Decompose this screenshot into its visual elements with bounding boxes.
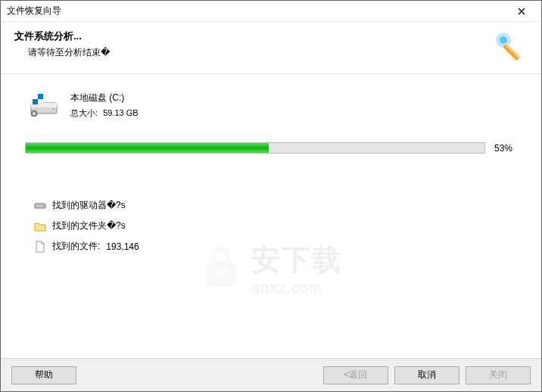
titlebar: 文件恢复向导: [1, 1, 541, 22]
close-icon: [518, 8, 525, 15]
progress-percent: 53%: [494, 143, 517, 154]
watermark-sub: anxz.com: [251, 279, 342, 297]
help-button[interactable]: 帮助: [11, 366, 76, 384]
svg-rect-12: [206, 261, 236, 287]
disk-drive-icon: [28, 89, 60, 121]
stat-files-label: 找到的文件:: [52, 240, 100, 253]
watermark-bag-icon: [200, 247, 242, 290]
back-button: <返回: [323, 366, 388, 384]
svg-point-14: [43, 205, 45, 207]
close-button[interactable]: [506, 2, 537, 20]
progress-row: 53%: [25, 142, 517, 154]
stat-folders-label: 找到的文件夹�?s: [52, 219, 126, 232]
stats-list: 找到的驱动器�?s 找到的文件夹�?s 找到的文件: 193,146: [34, 199, 517, 253]
drive-icon: [34, 200, 46, 212]
stat-folders: 找到的文件夹�?s: [34, 219, 517, 232]
footer: 帮助 <返回 取消 关闭: [1, 358, 541, 391]
stat-files-value: 193,146: [106, 241, 139, 252]
disk-info-row: 本地磁盘 (C:) 总大小: 59.13 GB: [28, 89, 517, 121]
disk-size: 总大小: 59.13 GB: [70, 107, 139, 119]
stat-drives: 找到的驱动器�?s: [34, 199, 517, 212]
close-wizard-button: 关闭: [466, 366, 531, 384]
svg-rect-8: [38, 99, 43, 104]
header-subtitle: 请等待至分析结束�: [14, 46, 493, 59]
header-title: 文件系统分析...: [14, 30, 493, 43]
wizard-window: 文件恢复向导 文件系统分析... 请等待至分析结束�: [0, 0, 542, 392]
progress-fill: [26, 143, 269, 153]
svg-rect-2: [503, 43, 520, 61]
content-area: 本地磁盘 (C:) 总大小: 59.13 GB 53% 安下载 anxz.com: [1, 74, 541, 358]
disk-size-label: 总大小:: [70, 108, 98, 117]
disk-name: 本地磁盘 (C:): [70, 92, 139, 104]
cancel-button[interactable]: 取消: [394, 366, 459, 384]
stat-drives-label: 找到的驱动器�?s: [52, 199, 126, 212]
progress-bar: [25, 142, 485, 154]
svg-point-10: [33, 113, 36, 115]
disk-size-value: 59.13 GB: [103, 108, 138, 117]
file-icon: [34, 241, 46, 253]
folder-icon: [34, 220, 46, 232]
wizard-wand-icon: [493, 30, 528, 64]
stat-files: 找到的文件: 193,146: [34, 240, 517, 253]
svg-rect-7: [33, 94, 38, 99]
svg-point-1: [500, 36, 507, 44]
wizard-header: 文件系统分析... 请等待至分析结束�: [1, 22, 541, 73]
svg-point-11: [53, 108, 55, 110]
window-title: 文件恢复向导: [7, 5, 506, 17]
